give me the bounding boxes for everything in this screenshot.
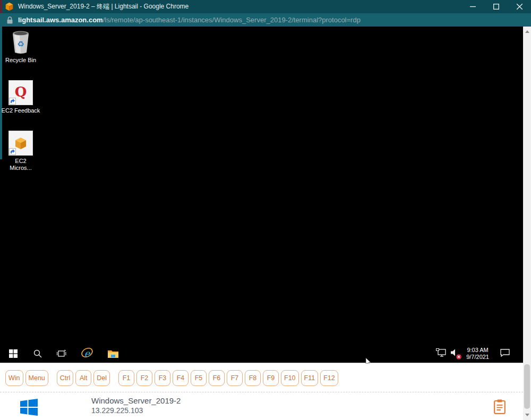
key-f5[interactable]: F5 [191, 370, 207, 386]
windows-logo-icon [20, 399, 38, 416]
maximize-button[interactable] [484, 0, 508, 13]
desktop-icon-label: Recycle Bin [5, 57, 36, 64]
key-f4[interactable]: F4 [173, 370, 189, 386]
chrome-window: Windows_Server_2019-2 – 终端 | Lightsail -… [0, 0, 531, 420]
scrollbar-thumb[interactable] [524, 364, 530, 409]
start-button[interactable] [7, 345, 20, 363]
taskbar-search-button[interactable] [31, 345, 44, 363]
file-explorer-button[interactable] [107, 345, 119, 363]
svg-text:♻: ♻ [17, 39, 24, 49]
clipboard-button[interactable] [492, 398, 507, 415]
task-view-button[interactable] [55, 345, 68, 363]
ec2-microsoft-icon [8, 131, 33, 156]
qualtrics-q-icon: Q [15, 84, 27, 100]
mute-badge-icon [456, 354, 461, 359]
instance-info-bar: Windows_Server_2019-2 13.229.225.103 [0, 392, 523, 420]
url-bar[interactable]: lightsail.aws.amazon.com/ls/remote/ap-so… [0, 13, 531, 27]
desktop-icon-label: EC2Micros... [10, 158, 32, 172]
internet-explorer-icon: e [81, 347, 93, 360]
task-view-icon [57, 349, 66, 358]
system-tray: 9:03 AM 9/7/2021 [436, 345, 510, 363]
search-icon [33, 349, 42, 358]
scroll-down-button[interactable] [523, 411, 531, 419]
key-ctrl[interactable]: Ctrl [57, 370, 73, 386]
clipboard-icon [494, 399, 506, 414]
key-f3[interactable]: F3 [155, 370, 170, 386]
remote-desktop-screen[interactable]: ♻ Recycle Bin Q EC2 Feedback [0, 27, 523, 363]
lightsail-terminal-page: ♻ Recycle Bin Q EC2 Feedback [0, 27, 531, 420]
file-explorer-icon [108, 349, 118, 358]
key-alt[interactable]: Alt [75, 370, 91, 386]
windows-start-icon [9, 349, 18, 358]
window-edge-strip [0, 0, 2, 13]
svg-text:e: e [84, 348, 91, 359]
window-title: Windows_Server_2019-2 – 终端 | Lightsail -… [18, 2, 189, 11]
volume-tray-button[interactable] [451, 349, 459, 358]
key-menu[interactable]: Menu [25, 370, 48, 386]
key-f1[interactable]: F1 [118, 370, 134, 386]
instance-ip: 13.229.225.103 [91, 406, 143, 415]
shortcut-arrow-icon [9, 98, 16, 105]
lock-icon [7, 16, 13, 24]
key-win[interactable]: Win [5, 370, 23, 386]
clock-date: 9/7/2021 [466, 354, 489, 361]
key-f11[interactable]: F11 [301, 370, 319, 386]
action-center-button[interactable] [500, 349, 510, 359]
network-tray-button[interactable] [436, 348, 446, 359]
shortcut-arrow-icon [9, 148, 16, 155]
clock-time: 9:03 AM [466, 347, 489, 354]
key-del[interactable]: Del [93, 370, 110, 386]
window-controls [461, 0, 531, 13]
network-icon [436, 348, 446, 357]
desktop-icon-label: EC2 Feedback [2, 107, 40, 114]
internet-explorer-button[interactable]: e [81, 345, 93, 363]
instance-name: Windows_Server_2019-2 [91, 396, 181, 405]
virtual-keyboard-bar: Win Menu Ctrl Alt Del F1 F2 F3 F4 F5 F6 … [0, 364, 523, 392]
key-f9[interactable]: F9 [263, 370, 279, 386]
url-domain: lightsail.aws.amazon.com [18, 16, 103, 24]
key-f8[interactable]: F8 [245, 370, 261, 386]
lightsail-favicon-icon [5, 2, 14, 11]
key-f2[interactable]: F2 [136, 370, 152, 386]
taskbar-clock[interactable]: 9:03 AM 9/7/2021 [466, 347, 489, 361]
page-scrollbar[interactable] [523, 27, 531, 420]
key-f6[interactable]: F6 [209, 370, 225, 386]
ec2-feedback-icon: Q [8, 80, 33, 105]
recycle-bin-icon: ♻ [10, 29, 32, 55]
browser-titlebar: Windows_Server_2019-2 – 终端 | Lightsail -… [0, 0, 531, 13]
scroll-up-button[interactable] [523, 28, 531, 36]
desktop-icon-recycle-bin[interactable]: ♻ Recycle Bin [0, 29, 41, 64]
desktop-icon-ec2-feedback[interactable]: Q EC2 Feedback [0, 80, 41, 114]
key-f10[interactable]: F10 [281, 370, 299, 386]
key-f7[interactable]: F7 [227, 370, 243, 386]
close-button[interactable] [508, 0, 531, 13]
minimize-button[interactable] [461, 0, 484, 13]
key-f12[interactable]: F12 [320, 370, 338, 386]
windows-taskbar: e [0, 345, 523, 363]
url-path: /ls/remote/ap-southeast-1/instances/Wind… [103, 16, 361, 24]
action-center-icon [500, 349, 510, 357]
desktop-icon-ec2-microsoft[interactable]: EC2Micros... [0, 131, 41, 172]
url-text: lightsail.aws.amazon.com/ls/remote/ap-so… [18, 16, 361, 24]
